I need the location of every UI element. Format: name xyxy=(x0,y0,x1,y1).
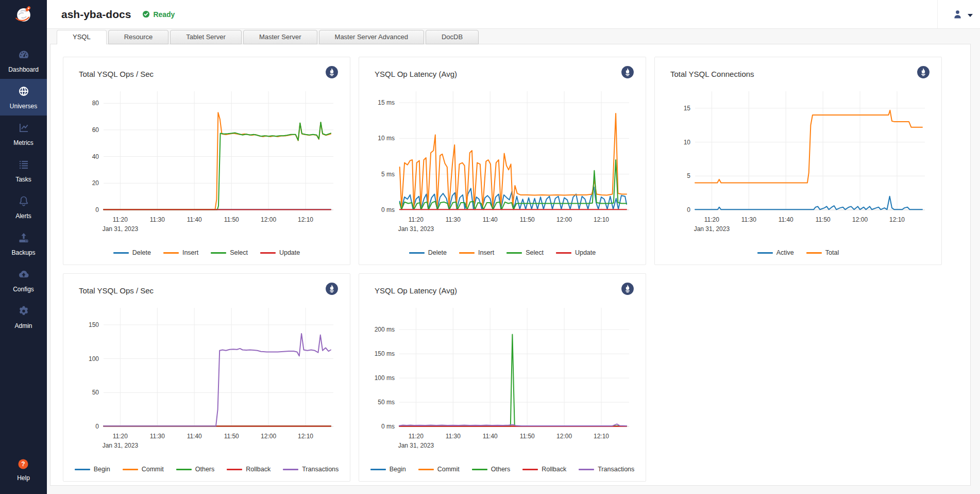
legend-label: Delete xyxy=(428,249,447,256)
page-title: ash-yba-docs xyxy=(61,8,131,21)
svg-text:?: ? xyxy=(21,460,25,468)
legend-swatch xyxy=(176,469,192,470)
tab-master-server-advanced[interactable]: Master Server Advanced xyxy=(319,30,424,44)
alerts-icon xyxy=(18,195,30,209)
svg-text:12:10: 12:10 xyxy=(594,433,609,440)
chart-card: Total YSQL Connections05101511:2011:3011… xyxy=(654,57,942,265)
prometheus-icon[interactable] xyxy=(621,65,634,79)
legend-swatch xyxy=(459,252,475,254)
chart-legend: ActiveTotal xyxy=(655,249,941,256)
legend-item[interactable]: Commit xyxy=(123,466,164,473)
svg-text:11:50: 11:50 xyxy=(520,433,535,440)
legend-label: Others xyxy=(491,466,511,473)
svg-text:60: 60 xyxy=(92,126,99,134)
svg-text:11:50: 11:50 xyxy=(520,216,535,223)
legend-item[interactable]: Total xyxy=(806,249,839,256)
legend-item[interactable]: Transactions xyxy=(283,466,339,473)
svg-text:11:20: 11:20 xyxy=(409,216,424,223)
legend-item[interactable]: Update xyxy=(260,249,300,256)
legend-item[interactable]: Select xyxy=(506,249,544,256)
sidebar-item-help[interactable]: ?Help xyxy=(0,451,47,488)
sidebar-item-backups[interactable]: Backups xyxy=(0,225,47,262)
legend-item[interactable]: Insert xyxy=(163,249,198,256)
legend-item[interactable]: Rollback xyxy=(227,466,271,473)
prometheus-icon[interactable] xyxy=(621,282,634,295)
legend-item[interactable]: Others xyxy=(176,466,215,473)
svg-text:11:30: 11:30 xyxy=(150,216,165,223)
tab-resource[interactable]: Resource xyxy=(108,30,169,44)
legend-item[interactable]: Begin xyxy=(75,466,110,473)
yugabyte-logo[interactable] xyxy=(0,0,47,29)
svg-text:50 ms: 50 ms xyxy=(378,399,395,406)
legend-item[interactable]: Others xyxy=(472,466,511,473)
sidebar-item-dashboard[interactable]: Dashboard xyxy=(0,42,47,79)
legend-swatch xyxy=(757,252,773,254)
legend-label: Delete xyxy=(132,249,151,256)
legend-item[interactable]: Rollback xyxy=(522,466,566,473)
chart-plot-area[interactable]: 0 ms5 ms10 ms15 ms11:2011:3011:4011:5012… xyxy=(366,88,637,238)
backups-icon xyxy=(18,232,30,246)
tab-master-server[interactable]: Master Server xyxy=(243,30,317,44)
legend-item[interactable]: Begin xyxy=(370,466,406,473)
svg-text:10 ms: 10 ms xyxy=(378,135,395,142)
legend-item[interactable]: Active xyxy=(757,249,794,256)
chart-legend: DeleteInsertSelectUpdate xyxy=(63,249,350,256)
x-axis-date: Jan 31, 2023 xyxy=(398,225,434,233)
svg-text:5: 5 xyxy=(687,172,690,179)
legend-label: Transactions xyxy=(302,466,339,473)
legend-swatch xyxy=(211,252,226,254)
header-divider xyxy=(937,0,938,28)
sidebar-item-metrics[interactable]: Metrics xyxy=(0,116,47,152)
tab-docdb[interactable]: DocDB xyxy=(426,30,479,44)
legend-item[interactable]: Delete xyxy=(409,249,447,256)
legend-item[interactable]: Update xyxy=(556,249,596,256)
sidebar-item-configs[interactable]: Configs xyxy=(0,262,47,299)
legend-label: Update xyxy=(279,249,300,256)
svg-text:12:10: 12:10 xyxy=(298,216,313,223)
legend-item[interactable]: Select xyxy=(211,249,248,256)
svg-text:11:30: 11:30 xyxy=(150,433,165,440)
legend-label: Update xyxy=(575,249,596,256)
sidebar-item-tasks[interactable]: Tasks xyxy=(0,152,47,189)
prometheus-icon[interactable] xyxy=(917,65,930,79)
svg-text:11:40: 11:40 xyxy=(779,216,793,223)
sidebar-item-label: Universes xyxy=(10,103,37,110)
x-axis-date: Jan 31, 2023 xyxy=(103,442,139,449)
legend-item[interactable]: Insert xyxy=(459,249,494,256)
legend-item[interactable]: Delete xyxy=(113,249,151,256)
legend-item[interactable]: Commit xyxy=(418,466,460,473)
x-axis-date: Jan 31, 2023 xyxy=(103,225,139,233)
sidebar-item-label: Metrics xyxy=(13,139,33,146)
sidebar-item-alerts[interactable]: Alerts xyxy=(0,189,47,225)
tab-tablet-server[interactable]: Tablet Server xyxy=(170,30,242,44)
status-label: Ready xyxy=(153,10,175,19)
prometheus-icon[interactable] xyxy=(325,282,339,295)
status-badge: Ready xyxy=(142,10,175,19)
svg-text:40: 40 xyxy=(92,153,99,160)
chart-plot-area[interactable]: 0 ms50 ms100 ms150 ms200 ms11:2011:3011:… xyxy=(366,305,637,454)
svg-text:20: 20 xyxy=(92,179,99,187)
sidebar-help: ?Help xyxy=(0,451,47,488)
check-circle-icon xyxy=(142,10,150,18)
chart-plot-area[interactable]: 05010015011:2011:3011:4011:5012:0012:10J… xyxy=(71,305,342,454)
legend-item[interactable]: Transactions xyxy=(579,466,634,473)
metrics-panel: Total YSQL Ops / Sec02040608011:2011:301… xyxy=(50,44,971,486)
chart-legend: BeginCommitOthersRollbackTransactions xyxy=(63,466,350,473)
metrics-icon xyxy=(18,122,30,136)
svg-text:11:20: 11:20 xyxy=(409,433,424,440)
legend-label: Rollback xyxy=(246,466,271,473)
svg-text:15: 15 xyxy=(684,105,691,112)
chart-plot-area[interactable]: 02040608011:2011:3011:4011:5012:0012:10J… xyxy=(71,88,342,238)
chart-plot-area[interactable]: 05101511:2011:3011:4011:5012:0012:10Jan … xyxy=(662,88,933,238)
sidebar-item-admin[interactable]: Admin xyxy=(0,299,47,335)
legend-label: Commit xyxy=(437,466,460,473)
sidebar-item-universes[interactable]: Universes xyxy=(0,79,47,116)
configs-icon xyxy=(18,268,30,283)
sidebar-item-label: Tasks xyxy=(15,176,31,183)
tab-bar: YSQLResourceTablet ServerMaster ServerMa… xyxy=(57,30,980,44)
user-menu[interactable] xyxy=(937,0,980,28)
legend-swatch xyxy=(370,469,386,470)
tab-ysql[interactable]: YSQL xyxy=(57,30,107,44)
prometheus-icon[interactable] xyxy=(325,65,339,79)
svg-text:11:20: 11:20 xyxy=(704,216,719,223)
